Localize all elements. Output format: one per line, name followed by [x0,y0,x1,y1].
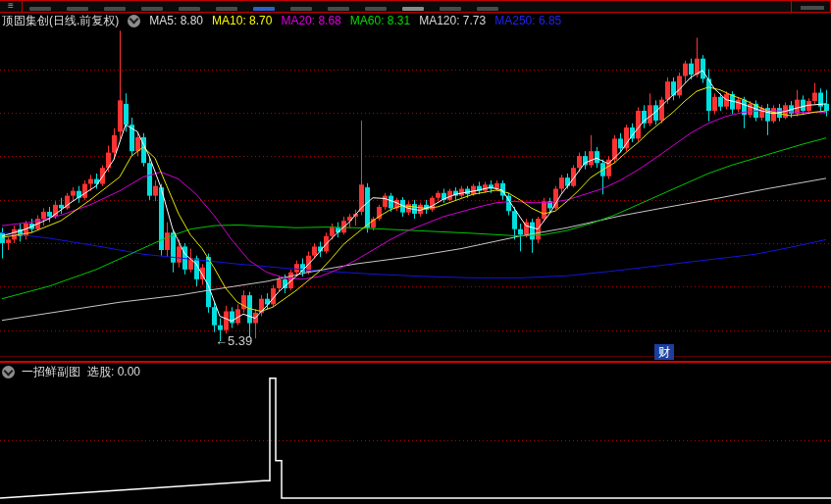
lowest-price-annotation: ←5.39 [215,333,252,348]
menu-item-fragment [179,7,200,11]
menu-item-fragment-active [253,7,275,11]
trading-app-window: ≡ 顶固集创(日线.前复权) MA5: 8.80 MA10: 8.70 MA20… [0,0,831,504]
menu-item-fragment [216,7,237,11]
chevron-down-icon[interactable] [128,15,140,27]
menu-item-fragment [477,7,498,11]
menu-item-fragment [29,7,51,11]
symbol-title: 顶固集创(日线.前复权) [2,14,119,28]
main-chart-canvas[interactable] [0,0,831,504]
menu-item-fragment [290,7,312,11]
menu-item-fragment [67,7,88,11]
ma250-legend: MA250: 6.85 [494,14,561,28]
subchart-indicator-value: 选股: 0.00 [87,364,140,380]
menu-item-fragment [328,7,349,11]
ma120-legend: MA120: 7.73 [419,14,486,28]
top-menu-bar[interactable]: ≡ [0,0,831,13]
menu-item-fragments [29,7,498,11]
menu-item-fragment [440,7,461,11]
chevron-down-icon[interactable] [2,366,15,378]
menu-icon[interactable]: ≡ [0,1,23,12]
menu-item-fragment [402,7,424,11]
ma5-legend: MA5: 8.80 [149,14,203,28]
brand-watermark: 财 [654,344,674,360]
subchart-title: 一招鲜副图 [22,364,80,380]
menu-item-fragment [141,7,163,11]
menu-item-fragment [365,7,387,11]
ma60-legend: MA60: 8.31 [350,14,410,28]
ma20-legend: MA20: 8.68 [281,14,340,28]
menu-item-fragment [801,6,824,10]
subchart-header: 一招鲜副图 选股: 0.00 [2,364,140,380]
menu-item-fragment [104,7,126,11]
ma10-legend: MA10: 8.70 [212,14,272,28]
menu-divider-line [791,1,792,12]
chart-header-bar: 顶固集创(日线.前复权) MA5: 8.80 MA10: 8.70 MA20: … [0,13,831,28]
